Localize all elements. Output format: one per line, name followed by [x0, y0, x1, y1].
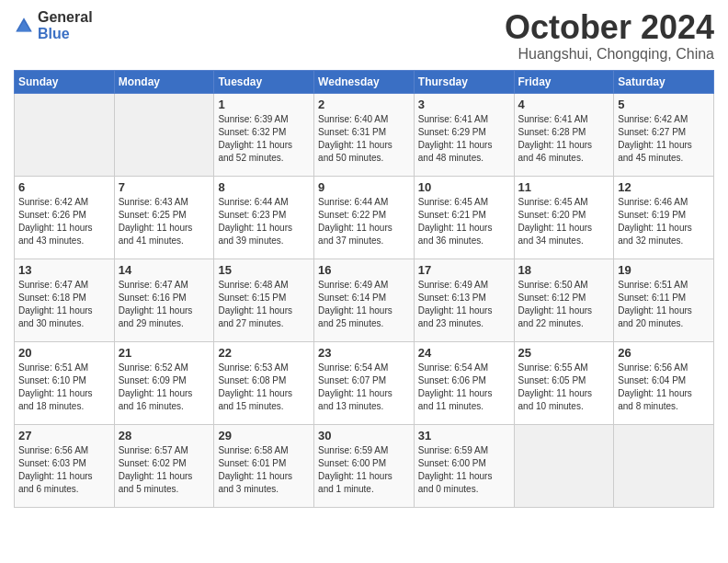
calendar-cell: 10Sunrise: 6:45 AMSunset: 6:21 PMDayligh…	[414, 176, 514, 259]
calendar-cell: 13Sunrise: 6:47 AMSunset: 6:18 PMDayligh…	[15, 259, 115, 341]
calendar-cell: 20Sunrise: 6:51 AMSunset: 6:10 PMDayligh…	[15, 341, 115, 424]
calendar-cell: 1Sunrise: 6:39 AMSunset: 6:32 PMDaylight…	[214, 93, 314, 176]
calendar-cell: 25Sunrise: 6:55 AMSunset: 6:05 PMDayligh…	[514, 341, 614, 424]
day-info: Sunrise: 6:44 AMSunset: 6:22 PMDaylight:…	[318, 196, 410, 247]
day-info: Sunrise: 6:48 AMSunset: 6:15 PMDaylight:…	[218, 279, 310, 330]
calendar-cell: 28Sunrise: 6:57 AMSunset: 6:02 PMDayligh…	[114, 424, 214, 507]
week-row-4: 20Sunrise: 6:51 AMSunset: 6:10 PMDayligh…	[15, 341, 714, 424]
day-info: Sunrise: 6:40 AMSunset: 6:31 PMDaylight:…	[318, 113, 410, 165]
calendar-cell: 27Sunrise: 6:56 AMSunset: 6:03 PMDayligh…	[15, 424, 115, 507]
calendar-cell: 18Sunrise: 6:50 AMSunset: 6:12 PMDayligh…	[514, 259, 614, 341]
calendar-cell: 2Sunrise: 6:40 AMSunset: 6:31 PMDaylight…	[314, 93, 415, 176]
day-number: 5	[618, 98, 710, 111]
calendar-cell: 19Sunrise: 6:51 AMSunset: 6:11 PMDayligh…	[614, 259, 714, 341]
day-info: Sunrise: 6:57 AMSunset: 6:02 PMDaylight:…	[119, 444, 210, 496]
location-subtitle: Huangshui, Chongqing, China	[505, 46, 714, 63]
day-number: 8	[218, 180, 310, 194]
day-info: Sunrise: 6:50 AMSunset: 6:12 PMDaylight:…	[518, 279, 610, 330]
calendar-cell: 7Sunrise: 6:43 AMSunset: 6:25 PMDaylight…	[114, 176, 214, 259]
day-number: 12	[618, 180, 710, 194]
calendar-cell	[514, 424, 614, 507]
day-header-saturday: Saturday	[614, 70, 714, 93]
day-info: Sunrise: 6:51 AMSunset: 6:11 PMDaylight:…	[618, 279, 710, 330]
day-number: 30	[318, 429, 410, 442]
week-row-3: 13Sunrise: 6:47 AMSunset: 6:18 PMDayligh…	[15, 259, 714, 341]
day-number: 10	[418, 180, 510, 194]
calendar-cell: 3Sunrise: 6:41 AMSunset: 6:29 PMDaylight…	[414, 93, 514, 176]
calendar-cell: 22Sunrise: 6:53 AMSunset: 6:08 PMDayligh…	[214, 341, 314, 424]
day-info: Sunrise: 6:59 AMSunset: 6:00 PMDaylight:…	[418, 444, 510, 496]
day-number: 9	[318, 180, 410, 194]
day-number: 26	[618, 346, 710, 360]
day-info: Sunrise: 6:44 AMSunset: 6:23 PMDaylight:…	[218, 196, 310, 247]
day-info: Sunrise: 6:46 AMSunset: 6:19 PMDaylight:…	[618, 196, 710, 247]
day-number: 2	[318, 98, 410, 111]
header-row: SundayMondayTuesdayWednesdayThursdayFrid…	[15, 70, 714, 93]
week-row-1: 1Sunrise: 6:39 AMSunset: 6:32 PMDaylight…	[15, 93, 714, 176]
day-number: 22	[218, 346, 310, 360]
week-row-5: 27Sunrise: 6:56 AMSunset: 6:03 PMDayligh…	[15, 424, 714, 507]
day-info: Sunrise: 6:49 AMSunset: 6:14 PMDaylight:…	[318, 279, 410, 330]
logo-icon	[14, 16, 34, 36]
day-number: 11	[518, 180, 610, 194]
day-number: 29	[218, 429, 310, 442]
calendar-cell: 11Sunrise: 6:45 AMSunset: 6:20 PMDayligh…	[514, 176, 614, 259]
calendar-cell: 4Sunrise: 6:41 AMSunset: 6:28 PMDaylight…	[514, 93, 614, 176]
week-row-2: 6Sunrise: 6:42 AMSunset: 6:26 PMDaylight…	[15, 176, 714, 259]
day-info: Sunrise: 6:56 AMSunset: 6:04 PMDaylight:…	[618, 362, 710, 413]
day-number: 20	[18, 346, 110, 360]
calendar-cell: 16Sunrise: 6:49 AMSunset: 6:14 PMDayligh…	[314, 259, 415, 341]
day-info: Sunrise: 6:54 AMSunset: 6:07 PMDaylight:…	[318, 362, 410, 413]
calendar-cell: 23Sunrise: 6:54 AMSunset: 6:07 PMDayligh…	[314, 341, 415, 424]
day-number: 7	[119, 180, 210, 194]
logo-general: General	[38, 9, 93, 26]
day-number: 1	[218, 98, 310, 111]
calendar-table: SundayMondayTuesdayWednesdayThursdayFrid…	[14, 70, 714, 508]
calendar-cell: 21Sunrise: 6:52 AMSunset: 6:09 PMDayligh…	[114, 341, 214, 424]
day-info: Sunrise: 6:52 AMSunset: 6:09 PMDaylight:…	[119, 362, 210, 413]
day-info: Sunrise: 6:47 AMSunset: 6:18 PMDaylight:…	[18, 279, 110, 330]
calendar-cell: 12Sunrise: 6:46 AMSunset: 6:19 PMDayligh…	[614, 176, 714, 259]
calendar-cell: 24Sunrise: 6:54 AMSunset: 6:06 PMDayligh…	[414, 341, 514, 424]
day-number: 13	[18, 263, 110, 277]
day-info: Sunrise: 6:39 AMSunset: 6:32 PMDaylight:…	[218, 113, 310, 165]
day-info: Sunrise: 6:54 AMSunset: 6:06 PMDaylight:…	[418, 362, 510, 413]
day-header-wednesday: Wednesday	[314, 70, 415, 93]
day-number: 31	[418, 429, 510, 442]
calendar-cell: 8Sunrise: 6:44 AMSunset: 6:23 PMDaylight…	[214, 176, 314, 259]
calendar-cell: 15Sunrise: 6:48 AMSunset: 6:15 PMDayligh…	[214, 259, 314, 341]
calendar-cell: 26Sunrise: 6:56 AMSunset: 6:04 PMDayligh…	[614, 341, 714, 424]
logo-blue: Blue	[38, 26, 93, 42]
day-header-friday: Friday	[514, 70, 614, 93]
day-number: 23	[318, 346, 410, 360]
calendar-cell: 17Sunrise: 6:49 AMSunset: 6:13 PMDayligh…	[414, 259, 514, 341]
day-info: Sunrise: 6:42 AMSunset: 6:26 PMDaylight:…	[18, 196, 110, 247]
calendar-cell	[15, 93, 115, 176]
day-info: Sunrise: 6:45 AMSunset: 6:20 PMDaylight:…	[518, 196, 610, 247]
day-info: Sunrise: 6:56 AMSunset: 6:03 PMDaylight:…	[18, 444, 110, 496]
day-info: Sunrise: 6:55 AMSunset: 6:05 PMDaylight:…	[518, 362, 610, 413]
day-number: 6	[18, 180, 110, 194]
day-number: 28	[119, 429, 210, 442]
day-number: 25	[518, 346, 610, 360]
day-header-sunday: Sunday	[15, 70, 115, 93]
page-header: General Blue October 2024 Huangshui, Cho…	[14, 9, 714, 63]
day-info: Sunrise: 6:42 AMSunset: 6:27 PMDaylight:…	[618, 113, 710, 165]
day-number: 19	[618, 263, 710, 277]
day-number: 3	[418, 98, 510, 111]
title-block: October 2024 Huangshui, Chongqing, China	[505, 9, 714, 63]
day-number: 15	[218, 263, 310, 277]
day-number: 27	[18, 429, 110, 442]
calendar-cell	[614, 424, 714, 507]
day-info: Sunrise: 6:53 AMSunset: 6:08 PMDaylight:…	[218, 362, 310, 413]
calendar-cell: 5Sunrise: 6:42 AMSunset: 6:27 PMDaylight…	[614, 93, 714, 176]
day-info: Sunrise: 6:59 AMSunset: 6:00 PMDaylight:…	[318, 444, 410, 496]
month-title: October 2024	[505, 9, 714, 46]
calendar-cell: 31Sunrise: 6:59 AMSunset: 6:00 PMDayligh…	[414, 424, 514, 507]
day-info: Sunrise: 6:47 AMSunset: 6:16 PMDaylight:…	[119, 279, 210, 330]
calendar-cell: 30Sunrise: 6:59 AMSunset: 6:00 PMDayligh…	[314, 424, 415, 507]
day-number: 14	[119, 263, 210, 277]
day-info: Sunrise: 6:51 AMSunset: 6:10 PMDaylight:…	[18, 362, 110, 413]
day-header-tuesday: Tuesday	[214, 70, 314, 93]
day-info: Sunrise: 6:41 AMSunset: 6:29 PMDaylight:…	[418, 113, 510, 165]
